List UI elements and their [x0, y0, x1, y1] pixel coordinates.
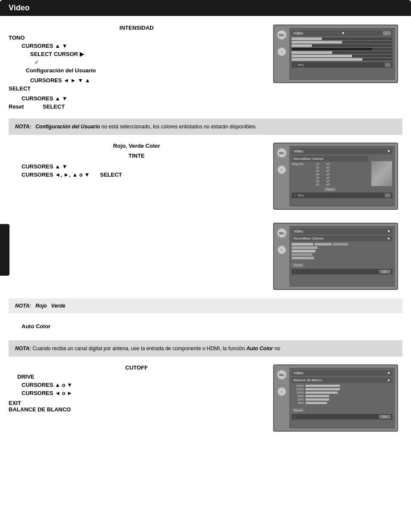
screen-title-4: Video ▼ — [292, 370, 392, 376]
nota-text-1 — [32, 124, 34, 130]
screen-title-arrow: ▼ — [341, 31, 345, 35]
circle-btn-1[interactable]: ○ — [277, 47, 286, 56]
bal-bar-5 — [305, 398, 329, 401]
mt-val-5a: ±0 — [311, 176, 319, 179]
bal-bar-1 — [305, 385, 340, 387]
mt-val-7a: ±0 — [311, 183, 319, 186]
cb-3a — [292, 250, 315, 252]
section-tono: INTENSIDAD TONO CURSORES ▲ ▼ SELECT CURS… — [9, 20, 402, 114]
mt-val-2b: ±0 — [321, 166, 330, 169]
auto-color-label: Auto Color — [22, 323, 50, 330]
section-tono-image: SEL ○ Video ▼ — [273, 25, 402, 110]
mt-val-4a: ±0 — [311, 173, 319, 176]
bar-6 — [292, 55, 352, 57]
select-btn-2[interactable]: SEL — [277, 148, 287, 158]
label-rojo-verde-color: Rojo, Verde Color — [113, 143, 160, 149]
mt-label-4 — [292, 173, 309, 176]
screen-title-text-2: Video — [293, 149, 303, 153]
label-tono: TONO — [9, 34, 25, 41]
section-auto-color-text: Auto Color — [9, 323, 402, 330]
bar-3 — [292, 44, 312, 47]
bar-container-6 — [292, 55, 392, 57]
mt-val-3a: ±0 — [311, 169, 319, 172]
balance-rows: 100% 100% 100% — [292, 384, 392, 404]
mt-row-5: ±0 ±0 — [292, 176, 368, 179]
mt-val-6b: ±0 — [321, 180, 330, 183]
color-bars — [292, 243, 392, 259]
section-decoder: SEL ○ Video ▼ Decodificar Colores ► — [9, 218, 402, 294]
mini-table: Magenta ±0 ±0 ±0 ±0 — [292, 162, 368, 191]
cb-row-2 — [292, 246, 392, 249]
screen-mockup-1: SEL ○ Video ▼ — [273, 25, 398, 83]
balance-row-6: 50% — [292, 401, 392, 404]
screen-mockup-2: SEL ○ Video ▼ Decodificar Colores — [273, 143, 398, 210]
balance-blanco-label: BALANCE DE BLANCO — [9, 406, 71, 413]
circle-btn-3[interactable]: ○ — [277, 245, 286, 255]
screen-inner-2: Video ▼ Decodificar Colores Magenta ±0 — [290, 146, 395, 206]
mt-row-1: Magenta ±0 ±0 — [292, 162, 368, 165]
bar-row-5 — [292, 51, 392, 54]
mt-val-5b: ±0 — [321, 176, 330, 179]
header-title: Video — [9, 3, 30, 12]
main-content: INTENSIDAD TONO CURSORES ▲ ▼ SELECT CURS… — [0, 20, 411, 436]
bar-5 — [292, 51, 332, 54]
nota-text-1b: no está seleccionado, los colores enlist… — [102, 124, 257, 130]
section-balance-text: CUTOFF DRIVE CURSORES ▲ o ▼ CURSORES ◄ o… — [9, 364, 273, 432]
bar-row-6 — [292, 55, 392, 57]
select-btn-4[interactable]: SEL — [277, 370, 287, 380]
bar-row-2 — [292, 41, 392, 44]
tinte-select: SELECT — [100, 171, 122, 178]
nota-space — [48, 303, 51, 309]
bal-label-5: 50% — [292, 398, 304, 401]
balance-row-1: 100% — [292, 384, 392, 387]
reset-mini: Reset — [292, 187, 368, 191]
mt-val-2a: ±0 — [311, 166, 319, 169]
bar-container-7 — [292, 58, 392, 61]
balance-cursores-2: CURSORES ◄ o ► — [22, 390, 72, 396]
bar-container-4 — [292, 48, 392, 50]
mt-row-4: ±0 ±0 — [292, 173, 368, 176]
color-table: Decodificar Colores Magenta ±0 ±0 — [292, 156, 368, 191]
reset-label: Reset — [9, 103, 24, 110]
decoder-bar-text: Decodificar Colores — [293, 236, 324, 240]
bal-label-3: 100% — [292, 391, 304, 394]
bal-label-6: 50% — [292, 401, 304, 404]
bal-bar-6 — [305, 402, 327, 404]
select-label-1: SELECT — [9, 85, 31, 92]
reset-mini-btn: Reset — [324, 187, 336, 191]
label-drive: DRIVE — [17, 373, 34, 380]
select-btn-1[interactable]: SEL — [277, 30, 287, 40]
note-box-1: NOTA: Configuración del Usuario no está … — [9, 118, 402, 135]
circle-btn-4[interactable]: ○ — [277, 387, 286, 396]
screen-nav-1: ⋮ Mov — [292, 62, 392, 68]
balance-row-5: 50% — [292, 398, 392, 401]
section-balance: CUTOFF DRIVE CURSORES ▲ o ▼ CURSORES ◄ o… — [9, 360, 402, 436]
section-tinte-image: SEL ○ Video ▼ Decodificar Colores — [273, 143, 402, 210]
cb-4a — [292, 253, 312, 256]
circle-btn-2[interactable]: ○ — [277, 165, 286, 174]
nota-auto-color-ref: Auto Color — [246, 345, 273, 352]
tinte-cursores-1: CURSORES ▲ ▼ — [22, 163, 68, 170]
side-controls-1: SEL ○ — [277, 28, 287, 56]
label-intensidad: INTENSIDAD — [119, 25, 153, 31]
select-cursor: SELECT CURSOR ▶ — [30, 51, 84, 57]
select-btn-3[interactable]: SEL — [277, 228, 287, 238]
nota-verde: Verde — [51, 303, 65, 309]
mt-val-7b: ±0 — [321, 183, 330, 186]
bar-row-4 — [292, 48, 392, 50]
nota-text-3b: no — [274, 345, 280, 352]
mt-val-1a: ±0 — [311, 162, 319, 165]
section-decoder-text — [9, 223, 273, 290]
note-box-3: NOTA: Cuando reciba un canal digital por… — [9, 340, 402, 357]
bar-row-3 — [292, 44, 392, 47]
cb-row-5 — [292, 257, 392, 259]
mt-label-7 — [292, 183, 309, 186]
balance-row-4: 50% — [292, 395, 392, 398]
screen-nav-4: ⋮ SEL — [292, 414, 392, 420]
screen-mockup-3: SEL ○ Video ▼ Decodificar Colores ► — [273, 223, 398, 290]
cb-1b — [314, 243, 332, 246]
screen-title-text-1: Video — [293, 31, 303, 35]
bar-row-1 — [292, 37, 392, 40]
mt-label-3 — [292, 169, 309, 172]
cb-5a — [292, 257, 314, 259]
